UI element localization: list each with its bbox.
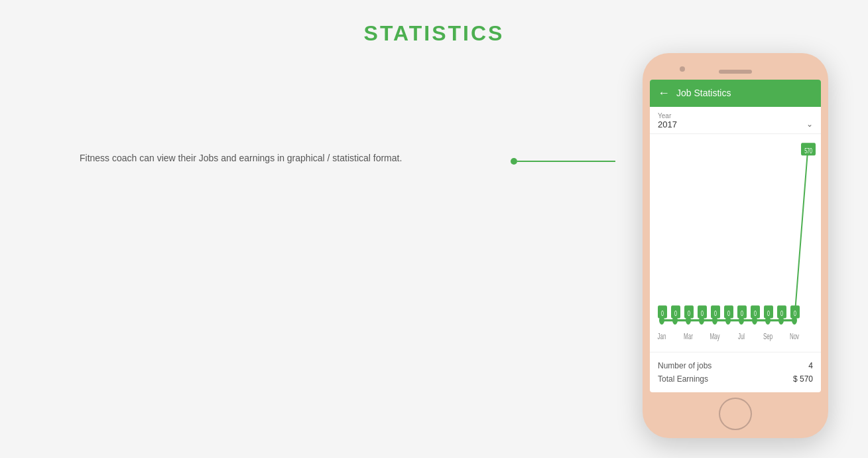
svg-text:0: 0 bbox=[794, 309, 796, 317]
svg-text:May: May bbox=[710, 331, 720, 341]
svg-text:0: 0 bbox=[701, 309, 704, 317]
back-arrow-icon[interactable]: ← bbox=[658, 86, 670, 100]
total-earnings-label: Total Earnings bbox=[658, 374, 708, 384]
chart-svg: 0 0 0 0 0 0 0 bbox=[655, 141, 816, 352]
stats-section: Number of jobs 4 Total Earnings $ 570 bbox=[650, 352, 821, 392]
svg-text:Sep: Sep bbox=[763, 331, 773, 341]
phone-home-button[interactable] bbox=[719, 398, 752, 430]
svg-text:Mar: Mar bbox=[684, 331, 693, 341]
svg-text:0: 0 bbox=[688, 309, 690, 317]
svg-text:0: 0 bbox=[780, 309, 783, 317]
description-text: Fitness coach can view their Jobs and ea… bbox=[80, 153, 402, 163]
svg-text:Jul: Jul bbox=[738, 331, 745, 341]
total-earnings-value: $ 570 bbox=[793, 374, 813, 384]
svg-text:Nov: Nov bbox=[790, 331, 800, 341]
number-of-jobs-row: Number of jobs 4 bbox=[658, 359, 813, 372]
phone-frame: ← Job Statistics Year 2017 ⌄ bbox=[643, 53, 828, 438]
svg-text:0: 0 bbox=[674, 309, 677, 317]
chevron-down-icon: ⌄ bbox=[806, 119, 813, 129]
year-value-row: 2017 ⌄ bbox=[658, 119, 813, 129]
year-label: Year bbox=[658, 112, 813, 119]
year-selector[interactable]: Year 2017 ⌄ bbox=[650, 107, 821, 134]
page-title: STATISTICS bbox=[0, 0, 868, 46]
year-value: 2017 bbox=[658, 119, 677, 129]
app-header: ← Job Statistics bbox=[650, 80, 821, 107]
phone-speaker bbox=[719, 70, 752, 74]
svg-text:0: 0 bbox=[741, 309, 743, 317]
svg-text:0: 0 bbox=[727, 309, 730, 317]
svg-text:0: 0 bbox=[754, 309, 757, 317]
svg-text:0: 0 bbox=[661, 309, 664, 317]
svg-text:0: 0 bbox=[714, 309, 717, 317]
phone-camera bbox=[680, 66, 685, 72]
svg-text:Jan: Jan bbox=[658, 331, 666, 341]
svg-text:0: 0 bbox=[767, 309, 770, 317]
svg-text:570: 570 bbox=[804, 147, 812, 155]
chart-area: 0 0 0 0 0 0 0 bbox=[650, 134, 821, 352]
connector bbox=[511, 158, 615, 165]
connector-line bbox=[517, 161, 615, 162]
phone-screen: ← Job Statistics Year 2017 ⌄ bbox=[650, 80, 821, 392]
phone-top bbox=[648, 61, 823, 80]
number-of-jobs-label: Number of jobs bbox=[658, 361, 712, 370]
connector-dot bbox=[511, 158, 517, 165]
app-header-title: Job Statistics bbox=[676, 88, 731, 98]
number-of-jobs-value: 4 bbox=[808, 361, 813, 370]
total-earnings-row: Total Earnings $ 570 bbox=[658, 372, 813, 386]
